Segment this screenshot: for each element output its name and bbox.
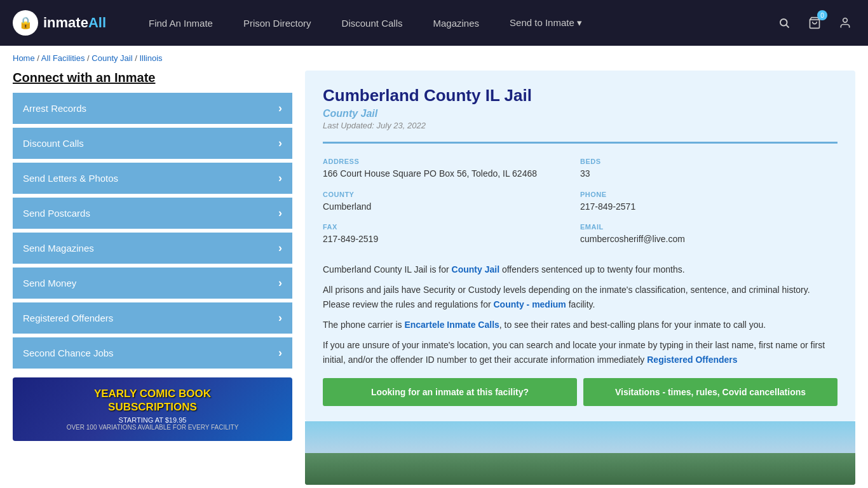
sidebar-item-second-chance-jobs[interactable]: Second Chance Jobs ›: [13, 337, 292, 369]
action-buttons: Looking for an inmate at this facility? …: [323, 378, 837, 406]
county-label: COUNTY: [323, 191, 580, 198]
sidebar-label: Second Chance Jobs: [23, 348, 114, 358]
photo-sky: [305, 421, 855, 456]
county-cell: COUNTY Cumberland: [323, 186, 580, 219]
sidebar: Connect with an Inmate Arrest Records › …: [13, 71, 292, 485]
user-button[interactable]: [835, 13, 855, 33]
facility-card: Cumberland County IL Jail County Jail La…: [305, 71, 855, 421]
desc-paragraph-3: The phone carrier is Encartele Inmate Ca…: [323, 318, 837, 332]
nav-icons: 0: [774, 13, 855, 33]
main-nav: Find An Inmate Prison Directory Discount…: [133, 0, 774, 46]
county-medium-link[interactable]: County - medium: [493, 299, 566, 309]
breadcrumb-illinois[interactable]: Illinois: [139, 53, 162, 63]
fax-cell: FAX 217-849-2519: [323, 218, 580, 251]
main-header: 🔒 inmateAll Find An Inmate Prison Direct…: [0, 0, 868, 46]
address-value: 166 Court House Square PO Box 56, Toledo…: [323, 168, 580, 180]
breadcrumb: Home / All Facilities / County Jail / Il…: [0, 46, 868, 71]
cart-button[interactable]: 0: [804, 13, 825, 33]
nav-prison-directory[interactable]: Prison Directory: [228, 0, 327, 46]
county-value: Cumberland: [323, 201, 580, 214]
address-cell: ADDRESS 166 Court House Square PO Box 56…: [323, 152, 580, 186]
logo-text: inmateAll: [43, 15, 106, 31]
logo-icon: 🔒: [13, 10, 38, 36]
main-layout: Connect with an Inmate Arrest Records › …: [0, 71, 868, 488]
breadcrumb-county-jail[interactable]: County Jail: [92, 53, 132, 63]
desc-paragraph-1: Cumberland County IL Jail is for County …: [323, 262, 837, 276]
svg-point-3: [843, 18, 848, 23]
address-label: ADDRESS: [323, 158, 580, 165]
registered-offenders-link[interactable]: Registered Offenders: [647, 355, 737, 365]
nav-send-to-inmate[interactable]: Send to Inmate ▾: [494, 0, 597, 46]
sidebar-item-send-letters[interactable]: Send Letters & Photos ›: [13, 163, 292, 194]
phone-value: 217-849-2571: [580, 201, 837, 214]
ad-title: YEARLY COMIC BOOKSUBSCRIPTIONS: [94, 388, 211, 414]
sidebar-label: Send Letters & Photos: [23, 173, 118, 184]
breadcrumb-home[interactable]: Home: [13, 53, 35, 63]
beds-value: 33: [580, 168, 837, 180]
nav-find-inmate[interactable]: Find An Inmate: [133, 0, 228, 46]
search-button[interactable]: [774, 13, 794, 33]
encartele-link[interactable]: Encartele Inmate Calls: [404, 320, 499, 330]
logo-area[interactable]: 🔒 inmateAll: [13, 10, 114, 36]
nav-magazines[interactable]: Magazines: [417, 0, 494, 46]
sidebar-item-send-postcards[interactable]: Send Postcards ›: [13, 198, 292, 229]
sidebar-title: Connect with an Inmate: [13, 71, 292, 85]
arrow-icon: ›: [278, 102, 282, 115]
facility-description: Cumberland County IL Jail is for County …: [323, 262, 837, 367]
arrow-icon: ›: [278, 311, 282, 325]
facility-photo: [305, 421, 855, 485]
email-cell: EMAIL cumbercosheriff@live.com: [580, 218, 837, 251]
sidebar-item-discount-calls[interactable]: Discount Calls ›: [13, 128, 292, 159]
svg-point-0: [780, 19, 787, 26]
sidebar-label: Send Magazines: [23, 243, 94, 254]
sidebar-label: Discount Calls: [23, 138, 84, 149]
sidebar-menu: Arrest Records › Discount Calls › Send L…: [13, 93, 292, 369]
breadcrumb-all-facilities[interactable]: All Facilities: [41, 53, 85, 63]
arrow-icon: ›: [278, 137, 282, 150]
phone-label: PHONE: [580, 191, 837, 198]
sidebar-item-arrest-records[interactable]: Arrest Records ›: [13, 93, 292, 124]
arrow-icon: ›: [278, 346, 282, 360]
facility-updated: Last Updated: July 23, 2022: [323, 121, 837, 130]
fax-label: FAX: [323, 223, 580, 231]
email-value: cumbercosheriff@live.com: [580, 233, 837, 246]
sidebar-label: Send Money: [23, 278, 76, 288]
desc-paragraph-2: All prisons and jails have Security or C…: [323, 283, 837, 311]
email-label: EMAIL: [580, 223, 837, 231]
info-grid: ADDRESS 166 Court House Square PO Box 56…: [323, 142, 837, 251]
arrow-icon: ›: [278, 241, 282, 255]
fax-value: 217-849-2519: [323, 233, 580, 246]
facility-type: County Jail: [323, 108, 837, 119]
beds-cell: BEDS 33: [580, 152, 837, 186]
ad-sub2: OVER 100 VARIATIONS AVAILABLE FOR EVERY …: [67, 424, 239, 431]
sidebar-label: Registered Offenders: [23, 313, 113, 323]
phone-cell: PHONE 217-849-2571: [580, 186, 837, 219]
beds-label: BEDS: [580, 158, 837, 165]
sidebar-item-registered-offenders[interactable]: Registered Offenders ›: [13, 302, 292, 334]
sidebar-item-send-money[interactable]: Send Money ›: [13, 268, 292, 299]
sidebar-advertisement[interactable]: YEARLY COMIC BOOKSUBSCRIPTIONS STARTING …: [13, 377, 292, 441]
ad-subtitle: STARTING AT $19.95: [119, 416, 187, 424]
facility-name: Cumberland County IL Jail: [323, 86, 837, 105]
content-area: Cumberland County IL Jail County Jail La…: [305, 71, 855, 485]
arrow-icon: ›: [278, 276, 282, 290]
sidebar-item-send-magazines[interactable]: Send Magazines ›: [13, 233, 292, 264]
desc-paragraph-4: If you are unsure of your inmate's locat…: [323, 338, 837, 367]
sidebar-label: Arrest Records: [23, 103, 86, 114]
find-inmate-button[interactable]: Looking for an inmate at this facility?: [323, 378, 577, 406]
cart-badge: 0: [817, 10, 827, 20]
arrow-icon: ›: [278, 172, 282, 185]
nav-discount-calls[interactable]: Discount Calls: [327, 0, 418, 46]
arrow-icon: ›: [278, 207, 282, 220]
visitations-button[interactable]: Visitations - times, rules, Covid cancel…: [583, 378, 837, 406]
county-jail-link[interactable]: County Jail: [452, 264, 499, 274]
svg-line-1: [786, 25, 789, 27]
sidebar-label: Send Postcards: [23, 208, 90, 219]
photo-ground: [305, 453, 855, 485]
